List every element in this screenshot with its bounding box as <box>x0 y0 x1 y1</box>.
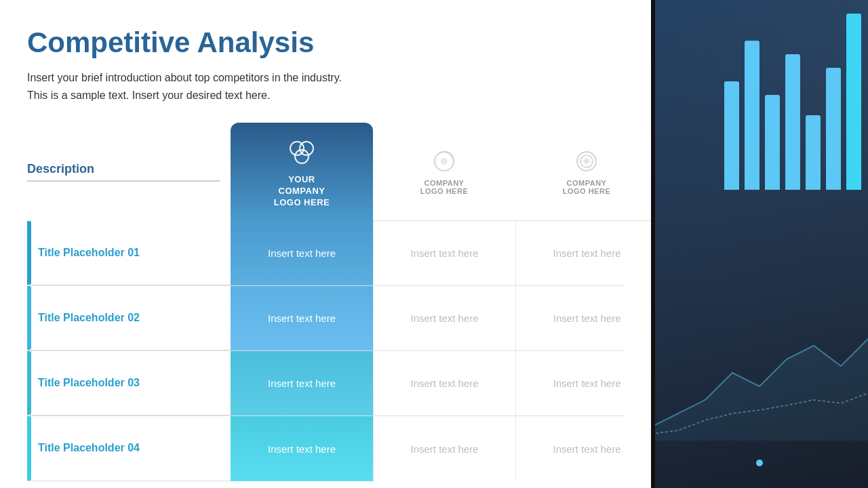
monitor-frame <box>651 0 868 488</box>
row-3-col3-cell: Insert text here <box>515 351 658 415</box>
table-row: Title Placeholder 02 Insert text here In… <box>27 286 624 351</box>
right-panel <box>651 0 868 488</box>
table-header-row: Description YOURCOMPANYLOGO HERE <box>27 123 624 221</box>
row-2-title: Title Placeholder 02 <box>27 311 140 325</box>
company-secondary-1-header: COMPANYLOGO HERE <box>373 123 515 221</box>
page-title: Competitive Analysis <box>27 27 624 58</box>
row-2-col3-cell: Insert text here <box>515 286 658 350</box>
company-secondary-2-label: COMPANYLOGO HERE <box>563 179 611 195</box>
row-1-accent-bar <box>27 221 31 285</box>
table-row: Title Placeholder 04 Insert text here In… <box>27 416 624 481</box>
table-row: Title Placeholder 03 Insert text here In… <box>27 351 624 416</box>
row-4-accent-bar <box>27 416 31 481</box>
row-4-col3-cell: Insert text here <box>515 416 658 481</box>
row-4-title-cell: Title Placeholder 04 <box>27 416 231 481</box>
comparison-table: Description YOURCOMPANYLOGO HERE <box>27 123 624 488</box>
company-main-logo-icon <box>285 135 319 169</box>
dot-indicator <box>756 460 763 466</box>
left-panel: Competitive Analysis Insert your brief i… <box>0 0 651 488</box>
row-3-col2-cell: Insert text here <box>373 351 515 415</box>
row-1-col3-cell: Insert text here <box>515 221 658 285</box>
row-2-col2-cell: Insert text here <box>373 286 515 350</box>
row-2-accent-bar <box>27 286 31 350</box>
row-2-title-cell: Title Placeholder 02 <box>27 286 231 350</box>
table-row: Title Placeholder 01 Insert text here In… <box>27 221 624 286</box>
company-3-logo-icon <box>573 148 600 175</box>
company-main-label: YOURCOMPANYLOGO HERE <box>274 174 330 209</box>
row-2-main-cell: Insert text here <box>231 286 373 350</box>
description-label: Description <box>27 162 220 182</box>
subtitle-line2: This is a sample text. Insert your desir… <box>27 89 270 101</box>
company-secondary-2-header: COMPANYLOGO HERE <box>515 123 658 221</box>
svg-point-1 <box>300 142 313 155</box>
page-subtitle: Insert your brief introduction about top… <box>27 69 624 104</box>
row-3-title-cell: Title Placeholder 03 <box>27 351 231 415</box>
row-1-title: Title Placeholder 01 <box>27 246 140 260</box>
row-1-col2-cell: Insert text here <box>373 221 515 285</box>
row-1-main-cell: Insert text here <box>231 221 373 285</box>
row-1-title-cell: Title Placeholder 01 <box>27 221 231 285</box>
row-3-accent-bar <box>27 351 31 415</box>
row-4-main-cell: Insert text here <box>231 416 373 481</box>
description-col-header: Description <box>27 123 231 221</box>
company-secondary-1-label: COMPANYLOGO HERE <box>420 179 469 195</box>
svg-point-4 <box>441 158 448 165</box>
row-3-title: Title Placeholder 03 <box>27 376 140 390</box>
svg-point-2 <box>295 150 309 163</box>
row-4-col2-cell: Insert text here <box>373 416 515 481</box>
row-4-title: Title Placeholder 04 <box>27 441 140 455</box>
company-main-header: YOURCOMPANYLOGO HERE <box>231 123 373 221</box>
table-body: Title Placeholder 01 Insert text here In… <box>27 221 624 481</box>
subtitle-line1: Insert your brief introduction about top… <box>27 72 342 83</box>
right-panel-background <box>651 0 868 488</box>
company-2-logo-icon <box>431 148 458 175</box>
row-3-main-cell: Insert text here <box>231 351 373 415</box>
